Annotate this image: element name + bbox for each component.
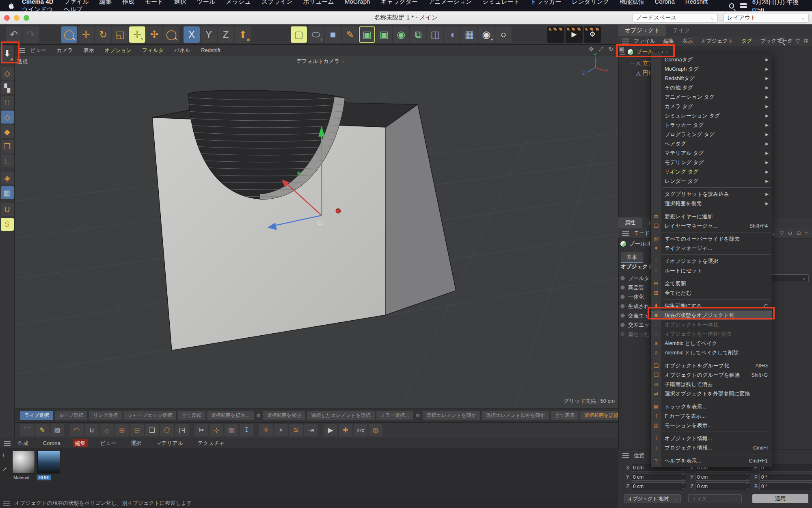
polygon-mode-button[interactable]: ◆	[1, 125, 14, 138]
viewport-menu-2[interactable]: 表示	[84, 47, 94, 53]
deformer-menu-button[interactable]: ◫	[427, 26, 443, 43]
apply-button[interactable]: 適用	[752, 494, 808, 503]
object-manager-menu-2[interactable]: 表示	[682, 38, 693, 44]
menu-item-2-1[interactable]: ❏レイヤーマネージャ...Shift+F4	[651, 221, 772, 230]
coordinates-menu-icon[interactable]	[622, 453, 629, 458]
attr-more-icon[interactable]: ≡	[805, 230, 808, 236]
menu-item-0-11[interactable]: モデリング タグ▶	[651, 158, 772, 167]
material-item-0[interactable]: Material	[12, 451, 36, 481]
attr-lock-icon[interactable]: ⊙	[788, 230, 793, 236]
inner-extrude-tool-button[interactable]: ⊟	[130, 424, 144, 436]
tree-item-2[interactable]: △円柱	[627, 68, 654, 78]
menu-item-6-0[interactable]: ⬇編集可能にするC	[651, 301, 772, 310]
menu-item-0-0[interactable]: Coronaタグ▶	[651, 55, 772, 64]
attribute-mode-label[interactable]: モード	[634, 230, 650, 237]
play-modifier-tool-button[interactable]: ▶	[324, 424, 337, 436]
selection-button-2[interactable]: リング選択	[89, 411, 122, 420]
menubar-item-14[interactable]: トラッカー	[525, 0, 566, 5]
coord-value-field[interactable]: 0 cm⌃⌄	[695, 473, 750, 481]
keyframe-dot-icon[interactable]	[620, 313, 625, 318]
tweak-mode-button[interactable]: ❐	[1, 140, 14, 153]
gear-icon[interactable]: ⚙	[256, 412, 261, 419]
menu-item-4-1[interactable]: ⌂ルートにセット	[651, 266, 772, 275]
search-icon[interactable]	[779, 38, 784, 43]
menu-item-3-0[interactable]: @すべてのオーバーライドを除去	[651, 234, 772, 243]
spotlight-search-icon[interactable]	[729, 3, 734, 9]
viewport-menu-5[interactable]: パネル	[174, 47, 190, 53]
cube-primitive-button[interactable]: ■	[325, 26, 341, 43]
menu-item-5-0[interactable]: ⊟全て展開	[651, 279, 772, 288]
menu-item-0-13[interactable]: レンダー タグ▶	[651, 176, 772, 186]
filter-icon[interactable]: ▽	[795, 38, 800, 44]
quantize-settings-button[interactable]: S	[1, 218, 14, 231]
mograph-cloner-button[interactable]: ⧉	[410, 26, 426, 43]
point-mode-button[interactable]: ∷	[1, 96, 14, 109]
material-item-1[interactable]: HDRI	[37, 451, 61, 481]
menubar-item-9[interactable]: ボリューム	[298, 0, 339, 5]
extrude-tool-button[interactable]: ⊞	[115, 424, 129, 436]
menu-item-0-4[interactable]: アニメーション タグ▶	[651, 92, 772, 102]
keyframe-dot-icon[interactable]	[620, 332, 625, 336]
x-axis-lock-button[interactable]: X	[184, 26, 200, 43]
material-menu-5[interactable]: マテリアル	[153, 439, 186, 447]
spline-arc-tool-button[interactable]: ⌒	[20, 424, 34, 436]
tab-objects[interactable]: オブジェクト	[618, 25, 666, 36]
arc-tool-button[interactable]: ◠	[70, 424, 84, 436]
open-material-icon[interactable]: ↗	[2, 465, 7, 473]
object-manager-menu-3[interactable]: オブジェクト	[701, 38, 733, 44]
scale-tool-button[interactable]: ◱	[112, 26, 128, 43]
menu-item-1-0[interactable]: タグプリセットを読み込み▶	[651, 189, 772, 199]
control-center-icon[interactable]	[740, 3, 747, 8]
selection-button-11[interactable]: 全て表示	[551, 411, 579, 420]
y-axis-lock-button[interactable]: Y∟	[201, 26, 217, 43]
selection-button-8[interactable]: ミラー選択...	[376, 411, 413, 420]
menu-item-0-5[interactable]: カメラ タグ▶	[651, 102, 772, 111]
menubar-item-18[interactable]: Redshift	[680, 0, 713, 5]
snap-move-tool-button[interactable]: ✛↖	[129, 26, 145, 43]
menu-item-6-1[interactable]: ■現在の状態をオブジェクト化	[651, 310, 772, 320]
menu-item-8-0[interactable]: ▤トラックを表示...	[651, 402, 772, 411]
menubar-item-6[interactable]: ツール	[192, 0, 221, 5]
menubar-item-3[interactable]: 作成	[117, 0, 140, 5]
material-menu-3[interactable]: ビュー	[98, 439, 119, 447]
edge-mode-button[interactable]: ◇	[1, 111, 14, 124]
coord-value-field[interactable]: 0 °⌃⌄	[759, 482, 812, 490]
nodespace-dropdown[interactable]: ノードスペース⌄	[633, 13, 718, 23]
pen-spline-tool-button[interactable]: ✎	[342, 26, 358, 43]
field-object-button[interactable]: ◖	[444, 26, 460, 43]
render-view-button-button[interactable]: ▢	[291, 26, 307, 43]
menu-item-6-5[interactable]: aAlembic としてベイクして削除	[651, 348, 772, 357]
smooth-shift-tool-button[interactable]: ◳	[175, 424, 189, 436]
weld-tool-button[interactable]: ▥	[225, 424, 238, 436]
redo-icon-button[interactable]: ↷	[23, 26, 39, 43]
rotate-tool-button[interactable]: ↻	[95, 26, 111, 43]
menu-item-0-12[interactable]: リギング タグ▶	[651, 167, 772, 176]
knife-tool-button[interactable]: ✂	[194, 424, 208, 436]
selection-button-1[interactable]: ループ選択	[55, 411, 88, 420]
selection-button-4[interactable]: 全て反転	[178, 411, 205, 420]
home-icon[interactable]: ⌂	[788, 38, 791, 44]
menubar-item-12[interactable]: アニメーション	[423, 0, 477, 5]
bridge-tool-button[interactable]: ∪	[85, 424, 99, 436]
add-point-tool-button[interactable]: ✚	[339, 424, 352, 436]
menubar-item-10[interactable]: MoGraph	[339, 0, 376, 5]
lathe-generator-button[interactable]: ⬭↑	[308, 26, 324, 43]
magnet-tool-button[interactable]: ✛	[259, 424, 273, 436]
selection-button-12[interactable]: 選択範囲を記録	[580, 411, 622, 420]
menu-item-0-10[interactable]: マテリアル タグ▶	[651, 148, 772, 158]
viewport-menu-icon[interactable]	[19, 48, 25, 53]
menu-item-6-4[interactable]: aAlembic としてベイク	[651, 339, 772, 348]
coord-value-field[interactable]: 0 °⌃⌄	[759, 473, 812, 481]
menu-item-10-0[interactable]: ?ヘルプを表示...Cmd+F1	[651, 456, 772, 465]
menubar-item-4[interactable]: モード	[140, 0, 169, 5]
matrix-extrude-tool-button[interactable]: ❏	[145, 424, 159, 436]
toggle-view-icon[interactable]: ▣	[618, 46, 624, 53]
tab-basic[interactable]: 基本	[621, 252, 643, 263]
render-view-button[interactable]	[547, 26, 564, 43]
coordinate-mode-dropdown[interactable]: オブジェクト:相対⌄	[624, 494, 681, 503]
generator-menu-button[interactable]: ▣	[376, 26, 392, 43]
selection-button-7[interactable]: 連続したエレメントを選択	[307, 411, 374, 420]
stepper-icon[interactable]: ⌃⌄	[682, 483, 685, 490]
menu-item-7-3[interactable]: ⇄選択オブジェクトを外部参照に変換	[651, 389, 772, 398]
ring-selection-tool-button[interactable]: ◯↖	[163, 26, 179, 43]
